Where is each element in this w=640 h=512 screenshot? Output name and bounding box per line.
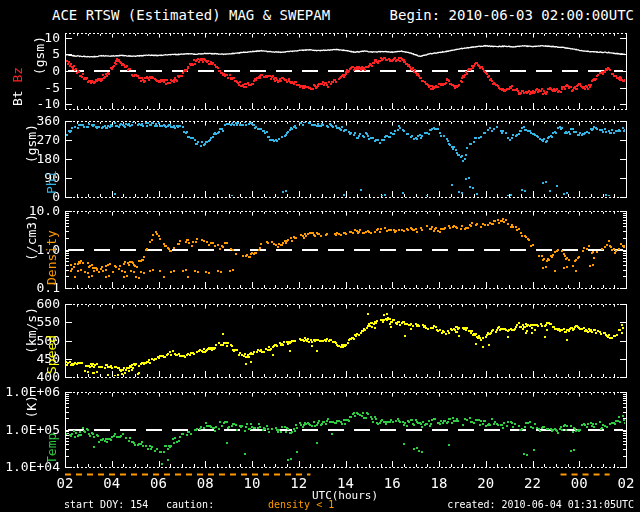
caution-value-label: density < 1 xyxy=(268,499,334,510)
created-timestamp: created: 2010-06-04 01:31:05UTC xyxy=(447,499,634,510)
ace-rtsw-plot-window: ACE RTSW (Estimated) MAG & SWEPAM Begin:… xyxy=(0,0,640,512)
plot-canvas xyxy=(0,0,640,512)
caution-label: caution: xyxy=(166,499,214,510)
start-doy-label: start DOY: 154 xyxy=(64,499,148,510)
